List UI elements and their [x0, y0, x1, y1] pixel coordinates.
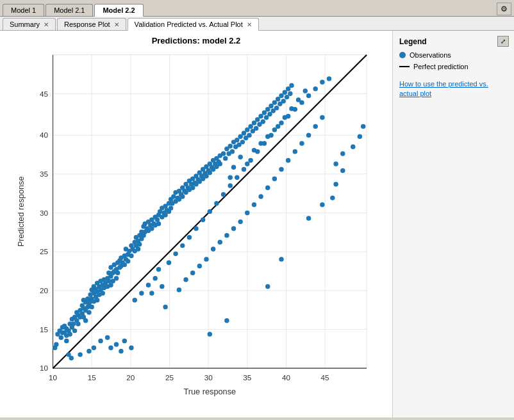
- svg-point-214: [87, 349, 91, 353]
- svg-point-289: [149, 291, 154, 295]
- svg-point-47: [64, 339, 69, 343]
- svg-point-308: [286, 158, 290, 163]
- svg-point-212: [98, 339, 103, 343]
- svg-point-78: [89, 305, 94, 309]
- svg-point-164: [171, 194, 176, 198]
- tab-validation-plot[interactable]: Validation Predicted vs. Actual Plot ✕: [128, 18, 259, 31]
- svg-point-276: [224, 318, 229, 323]
- svg-point-312: [313, 124, 318, 129]
- tab-validation-label: Validation Predicted vs. Actual Plot: [135, 20, 243, 28]
- svg-point-336: [283, 115, 287, 120]
- svg-point-242: [262, 110, 267, 115]
- svg-point-316: [146, 283, 151, 287]
- svg-point-238: [255, 117, 260, 122]
- svg-point-133: [137, 242, 142, 246]
- svg-point-331: [248, 158, 253, 163]
- tab-response-close[interactable]: ✕: [114, 21, 119, 28]
- svg-point-255: [285, 95, 289, 99]
- svg-point-284: [333, 161, 338, 166]
- svg-point-257: [288, 92, 292, 96]
- svg-point-157: [163, 213, 167, 217]
- tab-response-plot-label: Response Plot: [64, 20, 110, 28]
- svg-point-267: [279, 120, 283, 125]
- svg-point-337: [289, 106, 294, 111]
- svg-point-236: [252, 120, 256, 125]
- second-tab-bar: Summary ✕ Response Plot ✕ Validation Pre…: [0, 17, 514, 31]
- svg-point-73: [87, 310, 91, 314]
- svg-point-283: [340, 168, 345, 173]
- svg-point-311: [306, 133, 311, 137]
- svg-text:15: 15: [88, 373, 97, 382]
- svg-point-332: [255, 149, 260, 154]
- svg-point-309: [293, 149, 297, 154]
- svg-point-338: [296, 97, 301, 102]
- svg-text:20: 20: [126, 373, 135, 382]
- svg-point-233: [247, 133, 251, 137]
- svg-point-294: [190, 270, 195, 275]
- svg-point-293: [183, 277, 188, 282]
- legend-item-perfect: Perfect prediction: [399, 63, 508, 70]
- svg-point-286: [351, 145, 355, 149]
- svg-point-278: [279, 257, 283, 261]
- svg-point-329: [235, 175, 239, 179]
- svg-point-299: [224, 233, 229, 238]
- svg-point-298: [218, 240, 222, 245]
- svg-point-246: [269, 104, 273, 108]
- legend-item-observations: Observations: [399, 51, 508, 59]
- tab-response-plot[interactable]: Response Plot ✕: [57, 18, 126, 30]
- svg-point-117: [122, 262, 127, 267]
- main-content: Predictions: model 2.2: [0, 31, 514, 417]
- tab-model21[interactable]: Model 2.1: [46, 4, 93, 16]
- svg-point-333: [262, 141, 267, 145]
- svg-point-206: [114, 342, 119, 346]
- help-link[interactable]: How to use the predicted vs. actual plot: [399, 79, 508, 99]
- tab-model1[interactable]: Model 1: [3, 4, 44, 16]
- svg-point-50: [67, 332, 72, 336]
- tab-model22[interactable]: Model 2.2: [94, 4, 143, 17]
- svg-point-121: [126, 259, 130, 263]
- svg-text:10: 10: [40, 364, 49, 372]
- tab-summary-close[interactable]: ✕: [44, 21, 49, 28]
- svg-text:15: 15: [40, 325, 49, 334]
- svg-point-307: [279, 167, 283, 172]
- svg-point-272: [313, 86, 318, 91]
- svg-point-274: [327, 76, 331, 81]
- svg-point-218: [221, 151, 226, 156]
- svg-point-53: [71, 321, 76, 326]
- svg-point-266: [272, 127, 277, 132]
- svg-point-196: [208, 170, 212, 175]
- svg-point-288: [361, 124, 365, 129]
- svg-point-290: [160, 284, 164, 289]
- svg-point-297: [211, 246, 215, 251]
- svg-point-223: [230, 149, 235, 154]
- svg-point-310: [299, 141, 304, 145]
- svg-point-259: [231, 165, 236, 170]
- tab-validation-close[interactable]: ✕: [247, 21, 252, 28]
- svg-point-210: [129, 346, 133, 350]
- chart-svg: 10 15 20 25 30 35 40 45 10 15 20 25 30 3…: [5, 48, 387, 409]
- svg-point-280: [320, 202, 324, 207]
- svg-point-296: [204, 257, 208, 261]
- svg-text:40: 40: [282, 373, 291, 382]
- svg-point-330: [242, 167, 246, 172]
- svg-point-287: [358, 134, 362, 139]
- tab-summary-label: Summary: [10, 20, 40, 28]
- svg-point-232: [245, 127, 249, 132]
- svg-point-59: [76, 321, 80, 326]
- svg-text:25: 25: [40, 247, 49, 255]
- svg-point-131: [136, 246, 140, 251]
- perfect-prediction-label: Perfect prediction: [413, 63, 468, 70]
- svg-point-262: [245, 161, 249, 166]
- svg-point-326: [214, 201, 219, 206]
- svg-point-55: [72, 328, 77, 333]
- svg-point-219: [223, 156, 228, 161]
- svg-point-151: [156, 222, 161, 226]
- svg-point-305: [265, 185, 270, 190]
- expand-button[interactable]: ⤢: [497, 36, 509, 47]
- gear-button[interactable]: ⚙: [497, 3, 511, 15]
- svg-point-313: [320, 115, 324, 120]
- svg-point-273: [320, 79, 324, 84]
- svg-point-222: [228, 144, 232, 149]
- tab-summary[interactable]: Summary ✕: [3, 18, 56, 30]
- svg-point-302: [245, 211, 249, 215]
